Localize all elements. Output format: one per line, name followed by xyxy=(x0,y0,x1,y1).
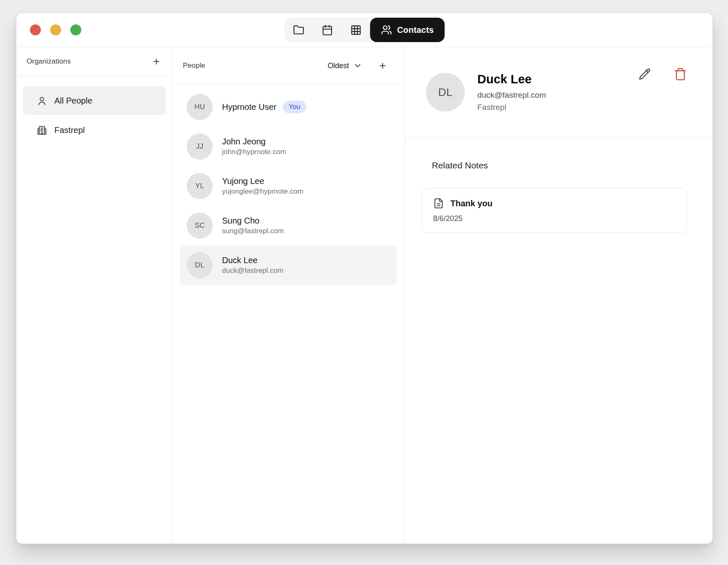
person-avatar: YL xyxy=(187,173,213,199)
person-row[interactable]: DL Duck Lee duck@fastrepl.com xyxy=(180,245,397,285)
organizations-header: Organizations + xyxy=(16,47,172,76)
sidebar-item-label: Fastrepl xyxy=(54,125,85,135)
note-title: Thank you xyxy=(450,199,492,208)
person-avatar: SC xyxy=(187,213,213,239)
desktop-background: { "titlebar": { "traffic_lights": ["clos… xyxy=(0,0,728,565)
person-row[interactable]: YL Yujong Lee yujonglee@hyprnote.com xyxy=(180,166,397,206)
sidebar-item-label: All People xyxy=(54,96,92,106)
organizations-sidebar: Organizations + All People Fastrepl xyxy=(16,47,173,544)
zoom-button[interactable] xyxy=(70,24,81,35)
contact-organization: Fastrepl xyxy=(477,103,546,112)
sort-label: Oldest xyxy=(328,61,349,70)
person-email: yujonglee@hyprnote.com xyxy=(222,187,303,196)
close-button[interactable] xyxy=(30,24,41,35)
building-icon xyxy=(37,125,47,136)
person-row[interactable]: SC Sung Cho sung@fastrepl.com xyxy=(180,206,397,245)
content-area: Organizations + All People Fastrepl Peop… xyxy=(16,47,712,544)
person-name: John Jeong xyxy=(222,137,265,147)
view-switcher: Contacts xyxy=(284,18,444,42)
person-avatar: HU xyxy=(187,94,213,120)
pencil-icon xyxy=(637,67,651,81)
table-icon xyxy=(350,24,361,36)
person-avatar: DL xyxy=(187,252,213,278)
sidebar-item-fastrepl[interactable]: Fastrepl xyxy=(23,116,166,144)
trash-icon xyxy=(674,67,687,81)
traffic-lights xyxy=(30,24,81,35)
related-notes-section: Related Notes Thank you 8/6/2025 xyxy=(405,138,712,233)
person-email: sung@fastrepl.com xyxy=(222,227,284,235)
person-row[interactable]: JJ John Jeong john@hyprnote.com xyxy=(180,127,397,166)
contacts-view-button[interactable]: Contacts xyxy=(370,18,444,42)
note-date: 8/6/2025 xyxy=(433,214,676,223)
contact-name: Duck Lee xyxy=(477,72,546,86)
delete-contact-button[interactable] xyxy=(672,66,689,83)
chevron-down-icon xyxy=(353,61,362,70)
calendar-icon xyxy=(321,24,333,36)
person-name: Sung Cho xyxy=(222,216,260,226)
person-name: Hyprnote User xyxy=(222,102,276,112)
folder-icon xyxy=(293,24,304,36)
you-badge: You xyxy=(283,101,306,113)
titlebar: Contacts xyxy=(16,13,712,47)
add-person-button[interactable]: + xyxy=(377,59,388,72)
person-name: Duck Lee xyxy=(222,256,258,265)
table-view-button[interactable] xyxy=(341,18,370,42)
contacts-label: Contacts xyxy=(397,25,434,35)
app-window: Contacts Organizations + All People Fast… xyxy=(16,13,713,544)
users-icon xyxy=(381,24,392,35)
organizations-list: All People Fastrepl xyxy=(16,76,172,144)
people-list: HU Hyprnote User You JJ John Jeong john@… xyxy=(173,85,404,285)
person-email: john@hyprnote.com xyxy=(222,148,286,156)
sidebar-item-all-people[interactable]: All People xyxy=(23,86,166,115)
related-notes-list: Thank you 8/6/2025 xyxy=(422,188,687,233)
calendar-view-button[interactable] xyxy=(313,18,341,42)
contact-detail-header: DL Duck Lee duck@fastrepl.com Fastrepl xyxy=(405,47,712,138)
contact-avatar: DL xyxy=(426,73,465,112)
related-note-card[interactable]: Thank you 8/6/2025 xyxy=(422,188,687,233)
edit-contact-button[interactable] xyxy=(636,66,653,83)
contact-info: Duck Lee duck@fastrepl.com Fastrepl xyxy=(477,72,546,112)
people-title: People xyxy=(183,61,205,70)
person-name: Yujong Lee xyxy=(222,176,264,186)
contact-actions xyxy=(636,66,689,83)
user-icon xyxy=(37,96,47,106)
notes-view-button[interactable] xyxy=(284,18,313,42)
related-notes-title: Related Notes xyxy=(432,160,687,171)
sort-dropdown[interactable]: Oldest xyxy=(325,61,365,71)
contact-email: duck@fastrepl.com xyxy=(477,91,546,100)
minimize-button[interactable] xyxy=(50,24,61,35)
contact-detail-panel: DL Duck Lee duck@fastrepl.com Fastrepl xyxy=(405,47,712,544)
person-avatar: JJ xyxy=(187,133,213,160)
person-row[interactable]: HU Hyprnote User You xyxy=(180,87,397,127)
organizations-title: Organizations xyxy=(27,57,71,66)
add-organization-button[interactable]: + xyxy=(151,55,161,68)
people-column: People Oldest + HU Hyprnote User You JJ xyxy=(173,47,405,544)
file-text-icon xyxy=(433,198,444,209)
people-header: People Oldest + xyxy=(173,47,404,85)
person-email: duck@fastrepl.com xyxy=(222,267,284,275)
